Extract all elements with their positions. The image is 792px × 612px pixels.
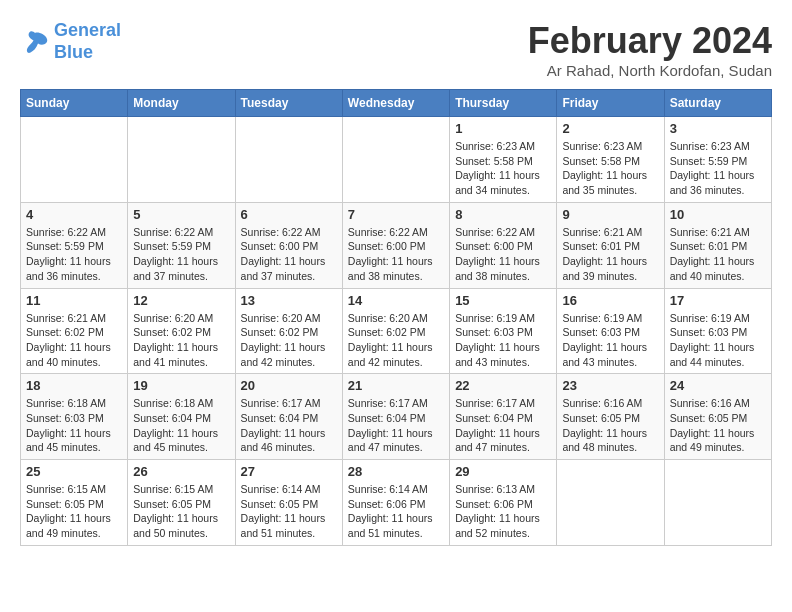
week-row-3: 11Sunrise: 6:21 AM Sunset: 6:02 PM Dayli… (21, 288, 772, 374)
calendar-cell: 14Sunrise: 6:20 AM Sunset: 6:02 PM Dayli… (342, 288, 449, 374)
day-number: 19 (133, 378, 229, 393)
day-number: 1 (455, 121, 551, 136)
day-info: Sunrise: 6:22 AM Sunset: 6:00 PM Dayligh… (455, 225, 551, 284)
calendar-cell (235, 117, 342, 203)
calendar-cell: 11Sunrise: 6:21 AM Sunset: 6:02 PM Dayli… (21, 288, 128, 374)
day-info: Sunrise: 6:19 AM Sunset: 6:03 PM Dayligh… (455, 311, 551, 370)
calendar-cell: 17Sunrise: 6:19 AM Sunset: 6:03 PM Dayli… (664, 288, 771, 374)
calendar-cell: 27Sunrise: 6:14 AM Sunset: 6:05 PM Dayli… (235, 460, 342, 546)
calendar-table: SundayMondayTuesdayWednesdayThursdayFrid… (20, 89, 772, 546)
day-info: Sunrise: 6:16 AM Sunset: 6:05 PM Dayligh… (562, 396, 658, 455)
calendar-cell (557, 460, 664, 546)
day-info: Sunrise: 6:20 AM Sunset: 6:02 PM Dayligh… (348, 311, 444, 370)
day-number: 14 (348, 293, 444, 308)
day-number: 28 (348, 464, 444, 479)
calendar-cell: 22Sunrise: 6:17 AM Sunset: 6:04 PM Dayli… (450, 374, 557, 460)
week-row-4: 18Sunrise: 6:18 AM Sunset: 6:03 PM Dayli… (21, 374, 772, 460)
day-info: Sunrise: 6:23 AM Sunset: 5:59 PM Dayligh… (670, 139, 766, 198)
page-header: General Blue February 2024 Ar Rahad, Nor… (20, 20, 772, 79)
day-info: Sunrise: 6:19 AM Sunset: 6:03 PM Dayligh… (670, 311, 766, 370)
logo-text: General Blue (54, 20, 121, 63)
week-row-5: 25Sunrise: 6:15 AM Sunset: 6:05 PM Dayli… (21, 460, 772, 546)
calendar-cell (21, 117, 128, 203)
header-monday: Monday (128, 90, 235, 117)
calendar-cell: 10Sunrise: 6:21 AM Sunset: 6:01 PM Dayli… (664, 202, 771, 288)
day-number: 10 (670, 207, 766, 222)
day-number: 13 (241, 293, 337, 308)
title-block: February 2024 Ar Rahad, North Kordofan, … (528, 20, 772, 79)
calendar-cell (342, 117, 449, 203)
day-info: Sunrise: 6:21 AM Sunset: 6:01 PM Dayligh… (562, 225, 658, 284)
day-info: Sunrise: 6:13 AM Sunset: 6:06 PM Dayligh… (455, 482, 551, 541)
calendar-cell: 13Sunrise: 6:20 AM Sunset: 6:02 PM Dayli… (235, 288, 342, 374)
day-info: Sunrise: 6:15 AM Sunset: 6:05 PM Dayligh… (26, 482, 122, 541)
calendar-cell: 3Sunrise: 6:23 AM Sunset: 5:59 PM Daylig… (664, 117, 771, 203)
day-number: 2 (562, 121, 658, 136)
logo: General Blue (20, 20, 121, 63)
day-info: Sunrise: 6:18 AM Sunset: 6:03 PM Dayligh… (26, 396, 122, 455)
day-info: Sunrise: 6:14 AM Sunset: 6:06 PM Dayligh… (348, 482, 444, 541)
calendar-cell: 7Sunrise: 6:22 AM Sunset: 6:00 PM Daylig… (342, 202, 449, 288)
calendar-header-row: SundayMondayTuesdayWednesdayThursdayFrid… (21, 90, 772, 117)
calendar-cell: 24Sunrise: 6:16 AM Sunset: 6:05 PM Dayli… (664, 374, 771, 460)
calendar-cell: 25Sunrise: 6:15 AM Sunset: 6:05 PM Dayli… (21, 460, 128, 546)
day-info: Sunrise: 6:22 AM Sunset: 6:00 PM Dayligh… (348, 225, 444, 284)
day-info: Sunrise: 6:17 AM Sunset: 6:04 PM Dayligh… (241, 396, 337, 455)
day-info: Sunrise: 6:21 AM Sunset: 6:01 PM Dayligh… (670, 225, 766, 284)
day-info: Sunrise: 6:15 AM Sunset: 6:05 PM Dayligh… (133, 482, 229, 541)
header-tuesday: Tuesday (235, 90, 342, 117)
calendar-cell: 29Sunrise: 6:13 AM Sunset: 6:06 PM Dayli… (450, 460, 557, 546)
day-number: 15 (455, 293, 551, 308)
day-info: Sunrise: 6:23 AM Sunset: 5:58 PM Dayligh… (562, 139, 658, 198)
week-row-1: 1Sunrise: 6:23 AM Sunset: 5:58 PM Daylig… (21, 117, 772, 203)
calendar-cell: 23Sunrise: 6:16 AM Sunset: 6:05 PM Dayli… (557, 374, 664, 460)
calendar-cell: 21Sunrise: 6:17 AM Sunset: 6:04 PM Dayli… (342, 374, 449, 460)
day-number: 4 (26, 207, 122, 222)
day-info: Sunrise: 6:20 AM Sunset: 6:02 PM Dayligh… (133, 311, 229, 370)
calendar-cell: 8Sunrise: 6:22 AM Sunset: 6:00 PM Daylig… (450, 202, 557, 288)
day-number: 29 (455, 464, 551, 479)
day-number: 22 (455, 378, 551, 393)
day-number: 21 (348, 378, 444, 393)
day-info: Sunrise: 6:22 AM Sunset: 6:00 PM Dayligh… (241, 225, 337, 284)
calendar-cell: 26Sunrise: 6:15 AM Sunset: 6:05 PM Dayli… (128, 460, 235, 546)
day-number: 7 (348, 207, 444, 222)
day-info: Sunrise: 6:16 AM Sunset: 6:05 PM Dayligh… (670, 396, 766, 455)
calendar-cell: 5Sunrise: 6:22 AM Sunset: 5:59 PM Daylig… (128, 202, 235, 288)
calendar-cell: 2Sunrise: 6:23 AM Sunset: 5:58 PM Daylig… (557, 117, 664, 203)
day-info: Sunrise: 6:23 AM Sunset: 5:58 PM Dayligh… (455, 139, 551, 198)
day-number: 11 (26, 293, 122, 308)
calendar-cell: 15Sunrise: 6:19 AM Sunset: 6:03 PM Dayli… (450, 288, 557, 374)
day-info: Sunrise: 6:17 AM Sunset: 6:04 PM Dayligh… (455, 396, 551, 455)
calendar-cell: 16Sunrise: 6:19 AM Sunset: 6:03 PM Dayli… (557, 288, 664, 374)
day-number: 25 (26, 464, 122, 479)
calendar-cell: 20Sunrise: 6:17 AM Sunset: 6:04 PM Dayli… (235, 374, 342, 460)
day-number: 24 (670, 378, 766, 393)
location-subtitle: Ar Rahad, North Kordofan, Sudan (528, 62, 772, 79)
header-saturday: Saturday (664, 90, 771, 117)
calendar-cell: 6Sunrise: 6:22 AM Sunset: 6:00 PM Daylig… (235, 202, 342, 288)
month-title: February 2024 (528, 20, 772, 62)
header-friday: Friday (557, 90, 664, 117)
day-number: 9 (562, 207, 658, 222)
calendar-cell: 4Sunrise: 6:22 AM Sunset: 5:59 PM Daylig… (21, 202, 128, 288)
day-info: Sunrise: 6:17 AM Sunset: 6:04 PM Dayligh… (348, 396, 444, 455)
day-number: 17 (670, 293, 766, 308)
header-sunday: Sunday (21, 90, 128, 117)
day-number: 20 (241, 378, 337, 393)
day-number: 26 (133, 464, 229, 479)
day-number: 12 (133, 293, 229, 308)
calendar-cell: 19Sunrise: 6:18 AM Sunset: 6:04 PM Dayli… (128, 374, 235, 460)
day-number: 27 (241, 464, 337, 479)
day-number: 6 (241, 207, 337, 222)
day-number: 8 (455, 207, 551, 222)
calendar-cell (664, 460, 771, 546)
calendar-cell: 18Sunrise: 6:18 AM Sunset: 6:03 PM Dayli… (21, 374, 128, 460)
header-wednesday: Wednesday (342, 90, 449, 117)
day-info: Sunrise: 6:21 AM Sunset: 6:02 PM Dayligh… (26, 311, 122, 370)
day-info: Sunrise: 6:19 AM Sunset: 6:03 PM Dayligh… (562, 311, 658, 370)
day-number: 18 (26, 378, 122, 393)
day-number: 23 (562, 378, 658, 393)
day-info: Sunrise: 6:20 AM Sunset: 6:02 PM Dayligh… (241, 311, 337, 370)
day-info: Sunrise: 6:14 AM Sunset: 6:05 PM Dayligh… (241, 482, 337, 541)
